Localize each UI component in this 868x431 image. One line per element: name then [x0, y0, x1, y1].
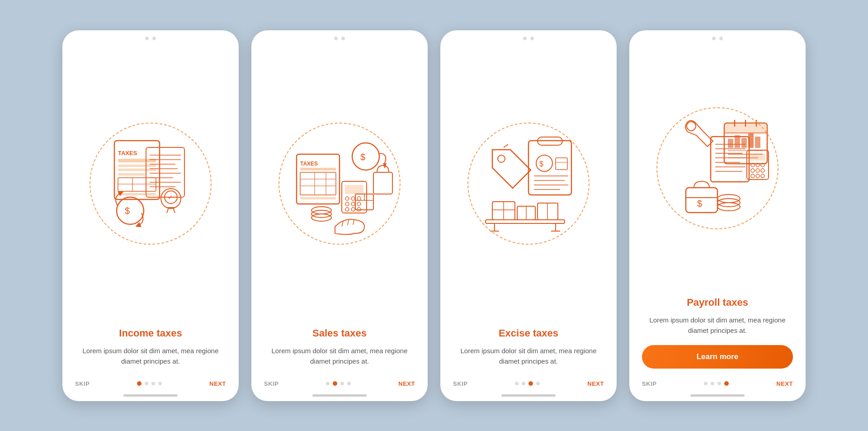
skip-button-income[interactable]: SKIP	[75, 380, 90, 387]
status-dot	[145, 37, 149, 40]
home-indicator-income	[123, 394, 178, 397]
status-dot	[712, 37, 716, 40]
status-dot	[530, 37, 534, 40]
card-title-payroll: Payroll taxes	[642, 297, 793, 308]
nav-dot-4	[347, 382, 351, 385]
status-bar-payroll	[629, 30, 806, 40]
nav-dot-1	[326, 382, 330, 385]
card-description-income: Lorem ipsum dolor sit dim amet, mea regi…	[75, 346, 226, 367]
dashed-circle-sales	[278, 123, 401, 245]
phone-card-income: TAXES	[62, 30, 239, 401]
skip-button-excise[interactable]: SKIP	[453, 380, 467, 387]
status-dot	[719, 37, 723, 40]
next-button-excise[interactable]: NEXT	[587, 380, 604, 387]
dashed-circle-excise	[467, 123, 590, 245]
nav-dot-4	[536, 382, 540, 385]
next-button-payroll[interactable]: NEXT	[776, 380, 793, 387]
illustration-excise: $	[440, 40, 617, 328]
card-content-income: Income taxes Lorem ipsum dolor sit dim a…	[62, 327, 239, 376]
card-description-excise: Lorem ipsum dolor sit dim amet, mea regi…	[453, 346, 604, 367]
nav-bar-sales: SKIP NEXT	[251, 376, 428, 392]
learn-more-button[interactable]: Learn more	[642, 345, 793, 369]
illustration-payroll: $	[629, 40, 806, 297]
card-title-income: Income taxes	[75, 327, 226, 339]
card-description-payroll: Lorem ipsum dolor sit dim amet, mea regi…	[642, 315, 793, 336]
card-description-sales: Lorem ipsum dolor sit dim amet, mea regi…	[264, 346, 415, 367]
status-dot	[341, 37, 345, 40]
home-indicator-excise	[501, 394, 556, 397]
nav-bar-payroll: SKIP NEXT	[629, 376, 806, 392]
nav-dot-4	[158, 382, 162, 385]
phone-card-payroll: $ Payroll taxes Lorem ipsum dolor sit di…	[629, 30, 806, 401]
nav-dot-3	[151, 382, 155, 385]
dashed-circle	[90, 123, 212, 245]
nav-dots-income	[137, 381, 162, 386]
status-bar-sales	[251, 30, 428, 40]
nav-dot-2	[711, 382, 714, 385]
card-content-payroll: Payroll taxes Lorem ipsum dolor sit dim …	[629, 297, 806, 376]
card-content-sales: Sales taxes Lorem ipsum dolor sit dim am…	[251, 327, 428, 376]
nav-dot-1	[137, 381, 142, 386]
nav-bar-income: SKIP NEXT	[62, 376, 239, 392]
nav-dot-1	[515, 382, 519, 385]
card-content-excise: Excise taxes Lorem ipsum dolor sit dim a…	[440, 327, 617, 376]
nav-dots-payroll	[704, 381, 729, 386]
nav-dots-sales	[326, 381, 351, 386]
home-indicator-payroll	[690, 394, 745, 397]
cards-container: TAXES	[44, 12, 824, 419]
dashed-circle-payroll	[656, 107, 778, 229]
nav-dot-1	[704, 382, 708, 385]
card-title-excise: Excise taxes	[453, 327, 604, 339]
nav-dot-3	[528, 381, 533, 386]
status-dot	[334, 37, 338, 40]
status-bar	[62, 30, 239, 40]
status-dot	[523, 37, 527, 40]
status-dot	[152, 37, 156, 40]
phone-card-sales: TAXES $	[251, 30, 428, 401]
card-title-sales: Sales taxes	[264, 327, 415, 339]
nav-dot-2	[522, 382, 525, 385]
home-indicator-sales	[312, 394, 367, 397]
skip-button-payroll[interactable]: SKIP	[642, 380, 656, 387]
illustration-income: TAXES	[62, 40, 239, 328]
nav-bar-excise: SKIP NEXT	[440, 376, 617, 392]
nav-dot-3	[340, 382, 344, 385]
phone-card-excise: $	[440, 30, 617, 401]
status-bar-excise	[440, 30, 617, 40]
next-button-sales[interactable]: NEXT	[398, 380, 415, 387]
nav-dot-4	[724, 381, 729, 386]
next-button-income[interactable]: NEXT	[209, 380, 226, 387]
nav-dot-3	[717, 382, 721, 385]
nav-dot-2	[333, 381, 337, 386]
nav-dots-excise	[515, 381, 540, 386]
illustration-sales: TAXES $	[251, 40, 428, 328]
nav-dot-2	[145, 382, 148, 385]
skip-button-sales[interactable]: SKIP	[264, 380, 278, 387]
